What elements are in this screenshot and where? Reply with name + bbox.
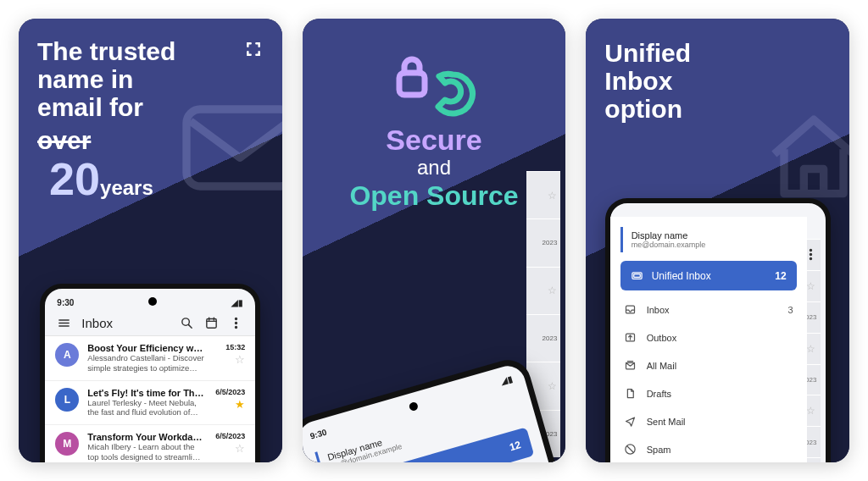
phone-mockup-inbox: 9:30 ◢▮ Inbox A Boost Your Efficiency wi… <box>40 284 260 462</box>
sender-avatar: M <box>55 432 79 456</box>
more-vert-icon[interactable] <box>229 316 243 330</box>
svg-point-4 <box>236 322 237 323</box>
sender-avatar: L <box>55 388 79 412</box>
home-icon <box>754 95 849 213</box>
outbox-icon <box>624 331 637 344</box>
drawer-item-inbox[interactable]: Inbox 3 <box>620 296 797 323</box>
sent-icon <box>624 415 637 428</box>
drawer-item-all-mail[interactable]: All Mail <box>620 351 797 379</box>
allmail-icon <box>624 359 637 372</box>
drawer-item-label: All Mail <box>647 361 676 371</box>
drawer-item-count: 3 <box>788 305 793 315</box>
svg-rect-2 <box>207 318 216 328</box>
headline-line: name in <box>37 65 264 93</box>
calendar-icon[interactable] <box>204 316 219 330</box>
headline-line: The trusted <box>37 37 264 65</box>
search-icon[interactable] <box>180 316 194 330</box>
email-date: 6/5/2023 <box>213 388 245 396</box>
drawer-item-sent-mail[interactable]: Sent Mail <box>620 407 797 435</box>
status-signal-icon: ◢▮ <box>231 298 243 307</box>
appbar-title: Inbox <box>81 316 170 330</box>
headline-line: email for <box>37 93 264 121</box>
camera-dot-icon <box>148 297 157 306</box>
headline-line: Inbox <box>604 67 691 95</box>
sender-avatar: A <box>55 343 79 367</box>
unified-icon <box>631 269 643 282</box>
star-icon[interactable]: ★ <box>213 399 245 410</box>
svg-point-12 <box>810 258 812 260</box>
drafts-icon <box>624 387 637 400</box>
phone-mockup-drawer-tilted: 9:30 ◢▮ Display name me@domain.example U… <box>303 355 566 462</box>
email-subject: Let's Fly! It's time for Thunder… <box>87 388 204 398</box>
drawer-item-count: 12 <box>775 270 786 282</box>
drawer-item-outbox[interactable]: Outbox <box>620 323 797 351</box>
email-date: 15:32 <box>213 343 245 351</box>
headline-line: Unified <box>604 39 691 67</box>
email-row[interactable]: L Let's Fly! It's time for Thunder… Laur… <box>45 381 255 426</box>
svg-point-5 <box>236 326 237 328</box>
email-row[interactable]: M Transform Your Workday with… Micah Ilb… <box>45 425 255 462</box>
drawer-item-label: Drafts <box>647 389 671 399</box>
account-header[interactable]: Display name me@domain.example <box>620 227 804 252</box>
svg-rect-14 <box>633 274 640 278</box>
spam-icon <box>624 443 637 456</box>
svg-point-11 <box>810 254 812 256</box>
drawer-item-label: Spam <box>647 445 671 455</box>
promo-card-secure: Secure and Open Source ☆ 2023 ☆ 2023 ☆ 2… <box>303 19 566 462</box>
email-row[interactable]: A Boost Your Efficiency with These… Ales… <box>45 336 255 381</box>
drawer-item-count: 12 <box>508 439 522 453</box>
email-subject: Transform Your Workday with… <box>87 432 204 442</box>
camera-dot-icon <box>409 401 419 411</box>
headline-years: years <box>100 177 153 199</box>
open-source-icon <box>428 69 477 119</box>
drawer-item-label: Sent Mail <box>647 417 686 427</box>
drawer-item-label: Inbox <box>647 305 670 315</box>
lock-icon <box>391 53 433 100</box>
svg-point-3 <box>236 318 237 319</box>
email-preview: Laurel Terlesky - Meet Nebula, the fast … <box>87 398 204 418</box>
drawer-item-spam[interactable]: Spam <box>620 435 797 462</box>
inbox-icon <box>624 303 637 316</box>
display-name: Display name <box>632 230 795 240</box>
drawer-item-unified-inbox[interactable]: Unified Inbox 12 <box>620 261 797 290</box>
email-preview: Alessandro Castellani - Discover simple … <box>87 353 204 373</box>
drawer-item-label: Unified Inbox <box>652 270 711 282</box>
headline-line: option <box>604 95 691 123</box>
headline-over: over <box>37 126 91 154</box>
drawer-item-label: Outbox <box>647 333 676 343</box>
status-time: 9:30 <box>57 298 74 307</box>
email-subject: Boost Your Efficiency with These… <box>87 343 204 353</box>
phone-mockup-drawer: ☆ 023 ☆ 023 ☆ 023 ☆ 023 Display name me@… <box>605 198 831 462</box>
account-email: me@domain.example <box>632 240 795 249</box>
svg-point-1 <box>182 318 190 326</box>
email-preview: Micah Ilbery - Learn about the top tools… <box>87 442 204 462</box>
star-icon[interactable]: ☆ <box>213 354 245 365</box>
headline-number: 20 <box>49 154 100 204</box>
promo-card-trusted: The trusted name in email for over 20 ye… <box>19 19 282 462</box>
star-icon[interactable]: ☆ <box>213 443 245 454</box>
hamburger-icon[interactable] <box>57 316 71 330</box>
svg-point-10 <box>810 250 812 252</box>
drawer-item-drafts[interactable]: Drafts <box>620 379 797 407</box>
svg-rect-6 <box>399 73 425 95</box>
status-time: 9:30 <box>309 428 327 441</box>
secure-label: Secure <box>303 125 566 154</box>
promo-card-unified: Unified Inbox option ☆ 023 ☆ 023 ☆ 023 ☆… <box>586 19 849 462</box>
status-signal-icon: ◢▮ <box>499 374 513 386</box>
email-date: 6/5/2023 <box>213 432 245 440</box>
